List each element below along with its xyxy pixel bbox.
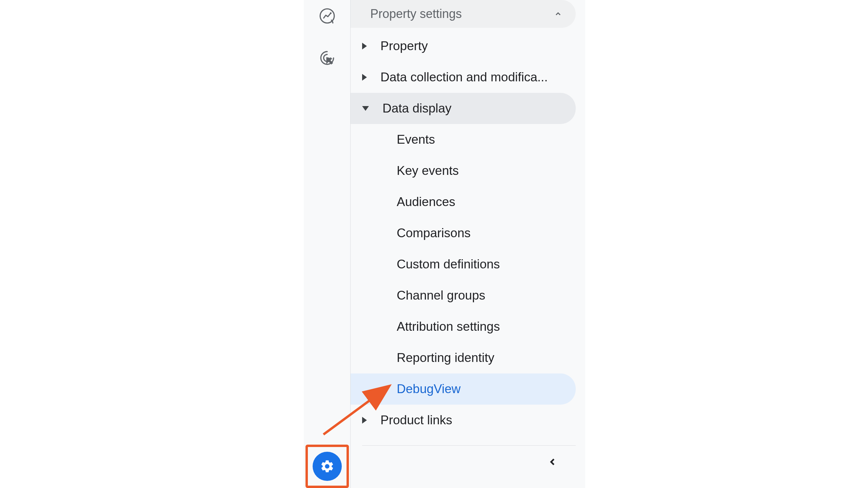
triangle-right-icon <box>362 417 367 424</box>
sub-item-key-events[interactable]: Key events <box>351 155 576 186</box>
sub-label: Audiences <box>397 195 455 209</box>
sub-item-debugview[interactable]: DebugView <box>351 373 576 405</box>
target-click-icon[interactable] <box>318 49 336 67</box>
sub-item-events[interactable]: Events <box>351 124 576 155</box>
sub-item-comparisons[interactable]: Comparisons <box>351 218 576 249</box>
sub-item-reporting-identity[interactable]: Reporting identity <box>351 342 576 373</box>
sub-item-custom-definitions[interactable]: Custom definitions <box>351 249 576 280</box>
explore-icon[interactable] <box>318 7 336 25</box>
nav-item-data-display[interactable]: Data display <box>351 93 576 124</box>
sub-label: Key events <box>397 164 459 178</box>
nav-label: Data collection and modifica... <box>380 70 548 84</box>
sub-item-attribution-settings[interactable]: Attribution settings <box>351 311 576 342</box>
sub-item-audiences[interactable]: Audiences <box>351 186 576 218</box>
sub-item-channel-groups[interactable]: Channel groups <box>351 280 576 311</box>
nav-item-product-links[interactable]: Product links <box>351 405 576 436</box>
icon-rail <box>304 0 351 488</box>
sub-label: Reporting identity <box>397 351 494 365</box>
property-settings-header[interactable]: Property settings <box>351 0 576 28</box>
nav-item-data-collection[interactable]: Data collection and modifica... <box>351 62 576 93</box>
triangle-right-icon <box>362 74 367 81</box>
section-header-label: Property settings <box>370 7 554 21</box>
gear-icon <box>313 452 342 481</box>
sub-label: Comparisons <box>397 226 471 240</box>
nav-label: Data display <box>382 101 452 116</box>
admin-settings-button[interactable] <box>305 445 349 488</box>
collapse-footer <box>351 446 576 468</box>
sub-label: Attribution settings <box>397 320 500 334</box>
sub-label: Custom definitions <box>397 257 500 271</box>
settings-navigation-panel: Property settings Property Data collecti… <box>304 0 585 488</box>
triangle-right-icon <box>362 43 367 49</box>
sub-label: Events <box>397 133 435 147</box>
triangle-down-icon <box>362 106 369 111</box>
property-settings-nav: Property settings Property Data collecti… <box>351 0 585 488</box>
svg-point-1 <box>330 12 331 14</box>
nav-label: Product links <box>380 413 452 427</box>
sub-label: Channel groups <box>397 288 485 303</box>
nav-label: Property <box>380 39 428 53</box>
chevron-up-icon <box>554 10 562 18</box>
nav-item-property[interactable]: Property <box>351 30 576 62</box>
sub-label: DebugView <box>397 382 461 396</box>
collapse-panel-button[interactable] <box>548 457 559 468</box>
